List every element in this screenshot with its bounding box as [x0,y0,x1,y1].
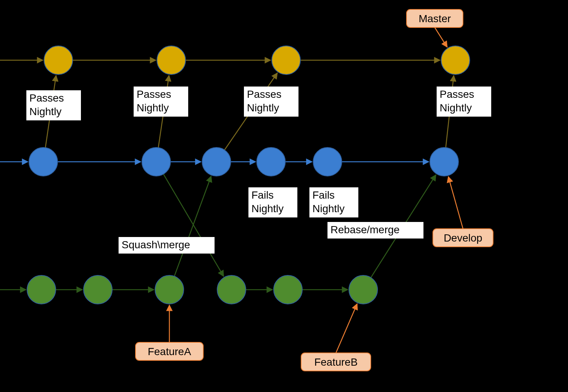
commit-d2 [142,147,171,176]
label-pn4: PassesNightly [437,87,491,117]
label-pn2: PassesNightly [134,87,188,117]
tag-pointer-tag_master [435,27,447,47]
commit-m1 [44,46,73,74]
label-text: Nightly [312,203,345,214]
branch-tag-tag_featureA: FeatureA [136,342,203,360]
label-text: Passes [440,88,474,100]
commit-f5 [274,275,302,304]
branch-tag-text: FeatureA [148,346,191,357]
label-text: Rebase/merge [330,224,400,236]
label-text: Fails [251,189,274,201]
branch-tag-tag_master: Master [407,9,463,27]
commit-d1 [29,147,58,176]
label-text: Fails [312,189,335,201]
branch-tag-tag_featureB: FeatureB [301,353,371,371]
label-text: Passes [137,88,171,100]
label-text: Passes [29,92,64,104]
label-text: Nightly [247,102,279,114]
commit-d4 [257,147,285,176]
label-text: Passes [247,88,282,100]
label-pn1: PassesNightly [26,90,81,120]
commit-d3 [202,147,231,176]
commit-f6 [349,275,378,304]
commit-m2 [157,46,186,74]
branch-tag-text: Master [419,13,451,24]
commit-f1 [27,275,56,304]
label-text: Squash\merge [122,239,190,251]
edge-f3-d3 [169,176,211,290]
commit-f4 [217,275,246,304]
commit-f2 [84,275,112,304]
commit-m3 [272,46,300,74]
commit-m4 [441,46,470,74]
label-pn3: PassesNightly [244,87,298,117]
label-text: Nightly [137,102,169,114]
label-text: Nightly [29,106,62,117]
label-rb: Rebase/merge [327,222,423,239]
tag-pointer-tag_develop [448,176,463,229]
label-fn2: FailsNightly [309,187,358,217]
branch-tag-text: FeatureB [314,356,358,368]
branch-tag-text: Develop [444,232,483,244]
label-text: Nightly [251,203,284,214]
tag-pointer-tag_featureB [336,304,357,353]
label-fn1: FailsNightly [248,187,297,217]
commit-d6 [430,147,458,176]
git-flow-diagram: PassesNightlyPassesNightlyPassesNightlyP… [0,0,568,392]
edge-d2-f4 [156,162,224,277]
label-text: Nightly [440,102,472,114]
commit-f3 [155,275,184,304]
branch-tag-tag_develop: Develop [433,229,493,247]
commit-d5 [313,147,342,176]
label-sq: Squash\merge [119,237,215,254]
